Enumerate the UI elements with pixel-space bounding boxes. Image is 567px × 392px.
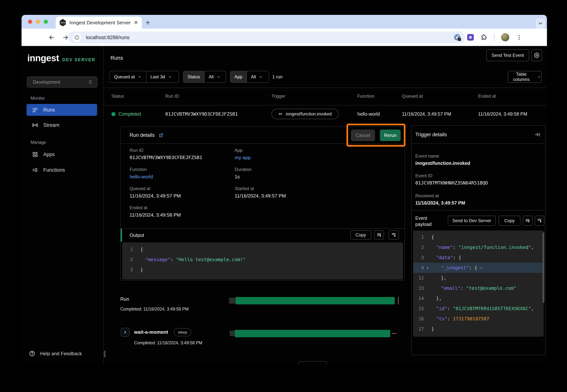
browser-tab[interactable]: Inngest Development Server ✕ (56, 17, 142, 28)
sidebar-item-stream[interactable]: Stream (27, 119, 97, 131)
tab-search-chevron-icon[interactable] (536, 18, 545, 28)
code-text: "email": "test@example.com" (431, 285, 516, 291)
send-test-event-button[interactable]: Send Test Event (486, 49, 529, 61)
output-title: Output (129, 232, 144, 238)
purple-extension-icon[interactable] (467, 34, 474, 41)
app-filter-value[interactable]: All (247, 71, 267, 83)
profile-avatar[interactable] (501, 33, 509, 42)
event-payload-code-block: 1{2"name": "inngest/function.invoked",3"… (413, 231, 544, 337)
column-header-trigger[interactable]: Trigger (271, 94, 285, 99)
back-icon[interactable] (48, 34, 55, 41)
sidebar-item-functions[interactable]: Functions (27, 164, 97, 176)
divider (104, 105, 547, 105)
app-filter-label: App (230, 71, 247, 83)
send-to-dev-server-button[interactable]: Send to Dev Server (448, 216, 496, 226)
code-text: "id": "01JCVBTMTKR41S8STTKEXSKX6C", (431, 306, 534, 311)
runs-icon (32, 107, 38, 113)
wrap-text-icon[interactable] (523, 216, 532, 226)
scroll-to-bottom-icon[interactable] (389, 230, 399, 240)
line-number: 3 (122, 267, 133, 272)
updown-chevron-icon (88, 79, 93, 85)
browser-window: Inngest Development Server ✕ + localhost… (22, 15, 547, 364)
field-queued-at: Queued at 11/16/2024, 3:49:57 PM (129, 186, 235, 199)
timeline-run-label[interactable]: Run (120, 296, 129, 302)
environment-select-value: Development (33, 79, 88, 85)
url-text: localhost:8288/runs (86, 35, 129, 41)
function-link[interactable]: hello-world (129, 174, 235, 180)
scroll-to-bottom-icon[interactable] (535, 216, 544, 226)
cutoff-button[interactable] (298, 361, 327, 364)
settings-gear-button[interactable] (531, 49, 542, 61)
url-bar[interactable]: localhost:8288/runs (68, 31, 465, 43)
time-range-filter[interactable]: Last 3d (146, 71, 176, 83)
line-number: 1 (122, 247, 133, 252)
toolbar-extensions-area (454, 28, 547, 46)
column-header-run-id[interactable]: Run ID (165, 94, 179, 99)
run-details-title: Run details (129, 132, 155, 138)
new-tab-button[interactable]: + (145, 18, 150, 27)
timeline-step-name[interactable]: wait-a-moment (134, 329, 168, 335)
row-run-id: 01JCVBTMV3WXY9D3CFDEJFZSB1 (165, 111, 238, 117)
wrap-text-icon[interactable] (374, 230, 384, 240)
expand-json-icon[interactable]: › (424, 265, 431, 271)
timeline-run-bar[interactable] (236, 297, 395, 304)
sidebar: inngest DEV SERVER Development Monitor R… (22, 46, 104, 364)
code-text: }, (431, 296, 442, 301)
password-manager-extension-icon[interactable] (454, 34, 460, 41)
table-columns-button[interactable]: Table columns (508, 71, 541, 83)
toolbar-divider (494, 34, 495, 41)
trigger-details-header: Trigger details (411, 126, 545, 144)
help-and-feedback[interactable]: Help and Feedback (29, 350, 82, 357)
close-tab-icon[interactable]: ✕ (134, 20, 138, 25)
row-function: hello-world (357, 111, 380, 117)
close-window-button[interactable] (28, 20, 32, 24)
inngest-logo: inngest (27, 53, 59, 63)
external-link-icon[interactable] (158, 133, 164, 138)
site-info-icon[interactable] (72, 33, 81, 42)
inngest-favicon-icon (59, 19, 66, 26)
code-line: 14}, (413, 293, 544, 304)
app-link[interactable]: my-app (235, 155, 286, 161)
scrollbar-thumb[interactable] (542, 232, 544, 303)
run-details-card: Run details Cancel Rerun Run ID 01JCVBTM… (120, 126, 405, 281)
output-copy-button[interactable]: Copy (350, 230, 371, 240)
status-filter-value[interactable]: All (204, 71, 225, 83)
row-ended-at: 11/16/2024, 3:49:58 PM (478, 111, 527, 117)
column-header-ended-at[interactable]: Ended at (478, 94, 496, 99)
line-number: 15 (413, 306, 424, 311)
sidebar-item-runs[interactable]: Runs (27, 104, 97, 116)
line-number: 1 (413, 235, 424, 240)
code-line: 1{ (413, 232, 544, 242)
column-header-queued-at[interactable]: Queued at (402, 94, 423, 99)
code-line: 12}, (413, 273, 544, 283)
sidebar-section-monitor: Monitor (31, 96, 45, 101)
sidebar-item-apps[interactable]: Apps (27, 149, 97, 160)
collapse-panel-icon[interactable] (534, 132, 540, 138)
minimize-window-button[interactable] (36, 20, 40, 24)
timeline-end-tick (398, 297, 399, 304)
payload-copy-button[interactable]: Copy (498, 216, 520, 226)
column-header-function[interactable]: Function (357, 94, 374, 99)
queued-at-filter[interactable]: Queued at (110, 71, 146, 83)
line-number: 14 (413, 296, 424, 301)
environment-select[interactable]: Development (27, 76, 98, 88)
field-ended-at: Ended at 11/16/2024, 3:49:58 PM (129, 205, 235, 218)
expand-step-button[interactable] (121, 328, 129, 337)
scrollbar-thumb[interactable] (104, 350, 106, 357)
line-number: 4 (413, 265, 424, 270)
line-number: 2 (122, 257, 133, 262)
line-number: 2 (413, 245, 424, 250)
code-text: }, (431, 275, 447, 281)
code-line: 2"message": "Hello test@example.com!" (122, 254, 403, 265)
browser-menu-icon[interactable] (516, 34, 522, 41)
collapsed-content-chip[interactable]: ⋯ (480, 265, 482, 270)
extensions-puzzle-icon[interactable] (481, 34, 487, 41)
timeline-step-bar[interactable] (235, 330, 390, 337)
trigger-badge[interactable]: inngest/function.invoked (271, 109, 339, 119)
help-label: Help and Feedback (40, 351, 82, 357)
timeline-run-completed: Completed: 11/16/2024, 3:49:58 PM (120, 307, 189, 312)
stream-icon (32, 122, 38, 128)
maximize-window-button[interactable] (44, 20, 48, 24)
column-header-status[interactable]: Status (111, 94, 124, 99)
code-text: "message": "Hello test@example.com!" (140, 257, 246, 262)
